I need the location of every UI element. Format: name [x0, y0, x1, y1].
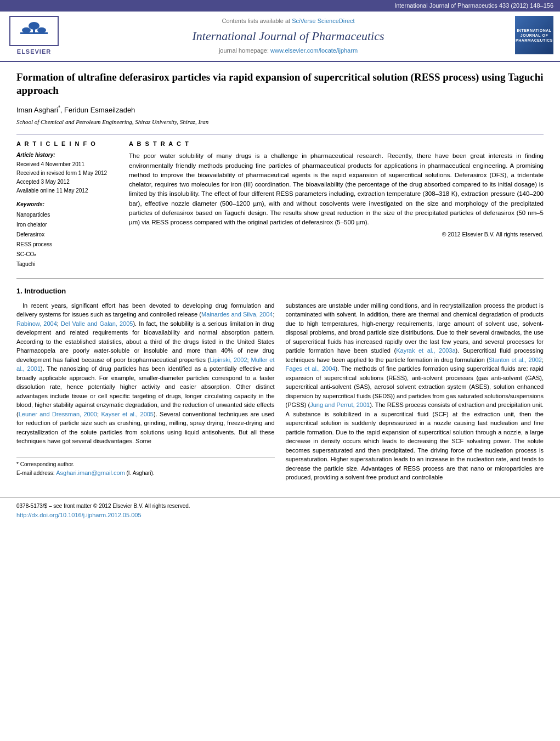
copyright: © 2012 Elsevier B.V. All rights reserved…: [129, 230, 544, 239]
footer-doi: http://dx.doi.org/10.1016/j.ijpharm.2012…: [16, 511, 544, 519]
journal-center: Contents lists available at SciVerse Sci…: [67, 16, 510, 56]
keyword-4: RESS process: [16, 240, 118, 250]
ref-kayrak2003[interactable]: Kayrak et al., 2003a: [396, 347, 455, 354]
received-date: Received 4 November 2011: [16, 160, 118, 169]
keyword-3: Deferasirox: [16, 230, 118, 240]
article-info-heading: A R T I C L E I N F O: [16, 140, 118, 148]
email-link[interactable]: Asghari.iman@gmail.com: [56, 470, 125, 476]
elsevier-logo: ELSEVIER: [7, 16, 61, 56]
history-label: Article history:: [16, 151, 118, 159]
journal-citation: International Journal of Pharmaceutics 4…: [394, 2, 553, 9]
journal-header: ELSEVIER Contents lists available at Sci…: [0, 12, 560, 61]
abstract-text: The poor water solubility of many drugs …: [129, 151, 544, 227]
received-revised-date: Received in revised form 1 May 2012: [16, 169, 118, 178]
keyword-1: Nanoparticles: [16, 210, 118, 220]
ref-fages[interactable]: Fages et al., 2004: [286, 365, 336, 372]
authors: Iman Asghari*, Feridun Esmaeilzadeh: [16, 104, 544, 116]
ref-kayser[interactable]: Kayser et al., 2005: [101, 411, 154, 417]
article-title: Formation of ultrafine deferasirox parti…: [16, 71, 544, 98]
ref-lipinski[interactable]: Lipinski, 2002: [210, 357, 247, 363]
footnote-area: * Corresponding author. E-mail address: …: [16, 457, 275, 478]
affiliation: School of Chemical and Petroleum Enginee…: [16, 118, 544, 126]
doi-link[interactable]: http://dx.doi.org/10.1016/j.ijpharm.2012…: [16, 512, 142, 518]
page-wrapper: International Journal of Pharmaceutics 4…: [0, 0, 560, 741]
keywords-list: Nanoparticles Iron chelator Deferasirox …: [16, 210, 118, 269]
authors-text: Iman Asghari*, Feridun Esmaeilzadeh: [16, 106, 135, 114]
ref-leuner[interactable]: Leuner and Dressman, 2000: [19, 411, 97, 417]
intro-para-left: In recent years, significant effort has …: [16, 301, 275, 446]
journal-homepage: journal homepage: www.elsevier.com/locat…: [219, 47, 358, 55]
body-col-right: substances are unstable under milling co…: [286, 301, 544, 487]
footnote-corresponding: * Corresponding author.: [16, 460, 275, 468]
keyword-6: Taguchi: [16, 259, 118, 269]
body-divider: [16, 278, 544, 279]
article-info-col: A R T I C L E I N F O Article history: R…: [16, 140, 118, 269]
homepage-url-link[interactable]: www.elsevier.com/locate/ijpharm: [270, 47, 358, 54]
article-info-abstract: A R T I C L E I N F O Article history: R…: [16, 134, 544, 269]
body-col-left: In recent years, significant effort has …: [16, 301, 275, 487]
ref-stanton[interactable]: Stanton et al., 2002: [489, 357, 542, 363]
ref-rabinow[interactable]: Rabinow, 2004: [16, 320, 57, 327]
ref-jung[interactable]: Jung and Perrut, 2001: [310, 401, 370, 408]
sciverse-line: Contents lists available at SciVerse Sci…: [222, 17, 354, 25]
top-bar: International Journal of Pharmaceutics 4…: [0, 0, 560, 12]
article-dates: Received 4 November 2011 Received in rev…: [16, 160, 118, 195]
body-two-col: In recent years, significant effort has …: [16, 301, 544, 487]
keywords-heading: Keywords:: [16, 201, 118, 208]
footer-issn: 0378-5173/$ – see front matter © 2012 El…: [16, 502, 544, 510]
journal-title: International Journal of Pharmaceutics: [192, 28, 384, 45]
sciverse-link[interactable]: SciVerse ScienceDirect: [292, 18, 354, 24]
keyword-5: SC-CO₂: [16, 250, 118, 259]
footnote-email: E-mail address: Asghari.iman@gmail.com (…: [16, 468, 275, 478]
elsevier-text: ELSEVIER: [17, 48, 51, 56]
ref-delvalle[interactable]: Del Valle and Galan, 2005: [61, 320, 133, 327]
section1-title: 1. Introduction: [16, 286, 544, 296]
svg-point-3: [22, 27, 31, 33]
keyword-2: Iron chelator: [16, 220, 118, 230]
elsevier-logo-box: [9, 16, 59, 46]
accepted-date: Accepted 3 May 2012: [16, 178, 118, 186]
abstract-paragraph: The poor water solubility of many drugs …: [129, 151, 544, 227]
svg-point-4: [37, 27, 46, 33]
corner-journal-image: INTERNATIONALJOURNAL OFPHARMACEUTICS: [515, 16, 553, 54]
available-date: Available online 11 May 2012: [16, 186, 118, 195]
article-content: Formation of ultrafine deferasirox parti…: [0, 62, 560, 497]
corresponding-note: * Corresponding author. E-mail address: …: [16, 460, 275, 478]
footer-area: 0378-5173/$ – see front matter © 2012 El…: [0, 497, 560, 523]
svg-point-2: [29, 22, 39, 30]
ref-mainardes[interactable]: Mainardes and Silva, 2004: [201, 311, 273, 318]
abstract-col: A B S T R A C T The poor water solubilit…: [129, 140, 544, 269]
intro-para-right: substances are unstable under milling co…: [286, 301, 544, 482]
abstract-heading: A B S T R A C T: [129, 140, 544, 148]
